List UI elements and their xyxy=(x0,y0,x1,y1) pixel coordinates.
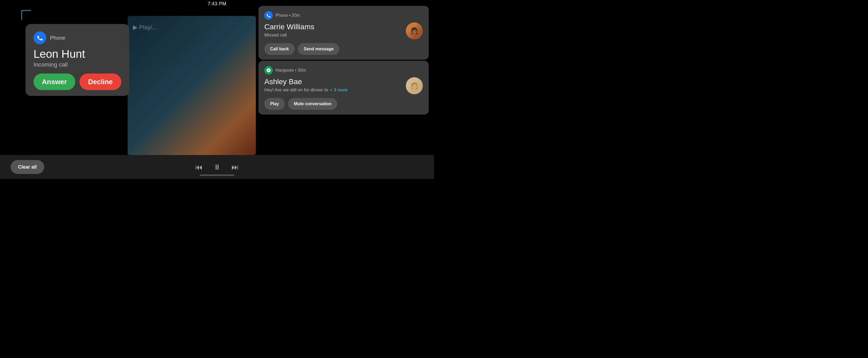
notif-phone-icon xyxy=(264,11,273,20)
music-background: ▶ Playi... xyxy=(128,16,256,155)
music-bg-text: ▶ Playi... xyxy=(133,24,157,31)
notif-hangouts-header: Hangouts • 30m xyxy=(264,66,423,75)
hangouts-small-icon xyxy=(266,68,271,73)
notif-hangouts-icon xyxy=(264,66,273,75)
notif-hangouts-subtitle: Hey! Are we still on for dinner to+ 3 mo… xyxy=(264,87,402,93)
notif-more-label: + 3 more xyxy=(330,87,348,92)
avatar-ashley: 👩🏼 xyxy=(406,77,423,94)
call-card-header: Phone xyxy=(33,31,121,44)
phone-small-icon xyxy=(266,13,271,18)
notif-phone-text: Carrie Williams Missed call xyxy=(264,22,406,38)
pause-button[interactable]: ⏸ xyxy=(213,163,221,171)
call-action-buttons: Answer Decline xyxy=(33,74,121,90)
home-indicator xyxy=(200,174,234,176)
notif-phone-subtitle: Missed call xyxy=(264,32,402,38)
phone-icon xyxy=(36,34,43,41)
avatar-carrie: 👩🏾 xyxy=(406,22,423,39)
mute-conversation-button[interactable]: Mute conversation xyxy=(288,98,337,110)
notif-phone-actions: Call back Send message xyxy=(264,43,423,55)
notif-hangouts-body: Ashley Bae Hey! Are we still on for dinn… xyxy=(264,77,423,94)
notif-phone-body: Carrie Williams Missed call 👩🏾 xyxy=(264,22,423,39)
notifications-panel: Phone • 20m Carrie Williams Missed call … xyxy=(258,6,429,114)
next-track-button[interactable]: ⏭ xyxy=(231,163,239,171)
call-app-name: Phone xyxy=(50,35,65,41)
clear-all-button[interactable]: Clear all xyxy=(11,160,44,174)
bottom-bar: Clear all ⏮ ⏸ ⏭ xyxy=(0,155,434,179)
call-back-button[interactable]: Call back xyxy=(264,43,294,55)
phone-app-icon xyxy=(33,31,46,44)
notif-hangouts-contact: Ashley Bae xyxy=(264,77,402,86)
notification-hangouts: Hangouts • 30m Ashley Bae Hey! Are we st… xyxy=(258,61,429,114)
answer-button[interactable]: Answer xyxy=(33,74,75,90)
incoming-call-card: Phone Leon Hunt Incoming call Answer Dec… xyxy=(26,24,129,96)
media-controls: ⏮ ⏸ ⏭ xyxy=(195,163,239,171)
caller-name: Leon Hunt xyxy=(33,48,121,60)
send-message-button[interactable]: Send message xyxy=(298,43,339,55)
notif-hangouts-actions: Play Mute conversation xyxy=(264,98,423,110)
notif-hangouts-text: Ashley Bae Hey! Are we still on for dinn… xyxy=(264,77,406,93)
play-button[interactable]: Play xyxy=(264,98,285,110)
call-status: Incoming call xyxy=(33,61,121,68)
notif-phone-contact: Carrie Williams xyxy=(264,22,402,31)
corner-guide-tl xyxy=(21,10,31,20)
prev-track-button[interactable]: ⏮ xyxy=(195,163,203,171)
notif-hangouts-app-label: Hangouts • 30m xyxy=(276,68,306,73)
notif-phone-header: Phone • 20m xyxy=(264,11,423,20)
status-time: 7:43 PM xyxy=(208,1,226,6)
notif-phone-app-label: Phone • 20m xyxy=(276,13,300,18)
notification-phone: Phone • 20m Carrie Williams Missed call … xyxy=(258,6,429,60)
decline-button[interactable]: Decline xyxy=(80,74,121,90)
